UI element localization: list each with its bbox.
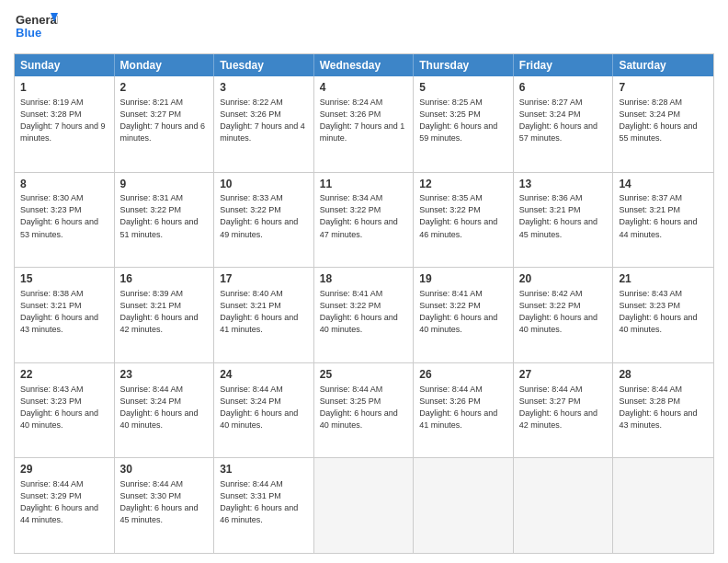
day-number: 1 — [20, 80, 108, 96]
calendar-cell: 12Sunrise: 8:35 AMSunset: 3:22 PMDayligh… — [414, 173, 514, 268]
calendar-cell: 18Sunrise: 8:41 AMSunset: 3:22 PMDayligh… — [314, 268, 415, 362]
calendar-cell: 8Sunrise: 8:30 AMSunset: 3:23 PMDaylight… — [15, 173, 115, 268]
calendar-cell: 19Sunrise: 8:41 AMSunset: 3:22 PMDayligh… — [414, 268, 514, 362]
day-number: 26 — [419, 367, 507, 383]
day-number: 21 — [619, 271, 708, 287]
day-number: 5 — [419, 80, 507, 96]
calendar-cell: 2Sunrise: 8:21 AMSunset: 3:27 PMDaylight… — [115, 76, 215, 172]
day-info: Sunrise: 8:44 AMSunset: 3:25 PMDaylight:… — [320, 384, 408, 431]
day-number: 25 — [320, 367, 408, 383]
calendar-cell: 9Sunrise: 8:31 AMSunset: 3:22 PMDaylight… — [115, 173, 215, 268]
calendar-cell: 23Sunrise: 8:44 AMSunset: 3:24 PMDayligh… — [115, 363, 215, 458]
day-info: Sunrise: 8:44 AMSunset: 3:29 PMDaylight:… — [20, 478, 108, 526]
day-info: Sunrise: 8:33 AMSunset: 3:22 PMDaylight:… — [220, 192, 308, 240]
weekday-header-wednesday: Wednesday — [314, 54, 415, 76]
calendar-cell: 30Sunrise: 8:44 AMSunset: 3:30 PMDayligh… — [115, 458, 215, 553]
weekday-header-sunday: Sunday — [15, 54, 115, 76]
calendar-cell: 21Sunrise: 8:43 AMSunset: 3:23 PMDayligh… — [613, 268, 713, 362]
day-number: 24 — [220, 367, 308, 383]
day-info: Sunrise: 8:36 AMSunset: 3:21 PMDaylight:… — [519, 192, 608, 240]
weekday-header-thursday: Thursday — [414, 54, 514, 76]
calendar-cell: 11Sunrise: 8:34 AMSunset: 3:22 PMDayligh… — [314, 173, 415, 268]
day-info: Sunrise: 8:41 AMSunset: 3:22 PMDaylight:… — [320, 288, 408, 336]
day-info: Sunrise: 8:41 AMSunset: 3:22 PMDaylight:… — [419, 288, 507, 336]
calendar-row-2: 8Sunrise: 8:30 AMSunset: 3:23 PMDaylight… — [15, 172, 713, 268]
day-number: 4 — [320, 80, 408, 96]
day-number: 8 — [20, 177, 108, 192]
day-number: 6 — [519, 80, 608, 96]
day-info: Sunrise: 8:21 AMSunset: 3:27 PMDaylight:… — [120, 97, 209, 144]
day-number: 23 — [120, 367, 209, 383]
day-info: Sunrise: 8:43 AMSunset: 3:23 PMDaylight:… — [619, 288, 708, 336]
calendar-cell: 4Sunrise: 8:24 AMSunset: 3:26 PMDaylight… — [314, 76, 415, 172]
weekday-header-friday: Friday — [514, 54, 614, 76]
day-number: 18 — [320, 271, 408, 287]
day-number: 11 — [320, 177, 408, 192]
day-info: Sunrise: 8:40 AMSunset: 3:21 PMDaylight:… — [220, 288, 308, 336]
calendar-cell: 16Sunrise: 8:39 AMSunset: 3:21 PMDayligh… — [115, 268, 215, 362]
day-number: 27 — [519, 367, 608, 383]
calendar-cell: 28Sunrise: 8:44 AMSunset: 3:28 PMDayligh… — [613, 363, 713, 458]
calendar-cell: 20Sunrise: 8:42 AMSunset: 3:22 PMDayligh… — [514, 268, 614, 362]
day-info: Sunrise: 8:39 AMSunset: 3:21 PMDaylight:… — [120, 288, 209, 336]
calendar-cell: 15Sunrise: 8:38 AMSunset: 3:21 PMDayligh… — [15, 268, 115, 362]
day-info: Sunrise: 8:43 AMSunset: 3:23 PMDaylight:… — [20, 384, 108, 431]
day-number: 9 — [120, 177, 209, 192]
day-number: 15 — [20, 271, 108, 287]
day-number: 17 — [220, 271, 308, 287]
calendar-row-5: 29Sunrise: 8:44 AMSunset: 3:29 PMDayligh… — [15, 457, 713, 553]
day-info: Sunrise: 8:27 AMSunset: 3:24 PMDaylight:… — [519, 97, 608, 144]
day-number: 12 — [419, 177, 507, 192]
day-info: Sunrise: 8:25 AMSunset: 3:25 PMDaylight:… — [419, 97, 507, 144]
weekday-header-saturday: Saturday — [613, 54, 713, 76]
weekday-header-monday: Monday — [115, 54, 215, 76]
day-number: 30 — [120, 462, 209, 477]
day-info: Sunrise: 8:30 AMSunset: 3:23 PMDaylight:… — [20, 192, 108, 240]
day-number: 13 — [519, 177, 608, 192]
calendar-row-3: 15Sunrise: 8:38 AMSunset: 3:21 PMDayligh… — [15, 267, 713, 362]
calendar-cell: 3Sunrise: 8:22 AMSunset: 3:26 PMDaylight… — [214, 76, 314, 172]
day-info: Sunrise: 8:44 AMSunset: 3:24 PMDaylight:… — [220, 384, 308, 431]
calendar-cell: 1Sunrise: 8:19 AMSunset: 3:28 PMDaylight… — [15, 76, 115, 172]
day-info: Sunrise: 8:44 AMSunset: 3:31 PMDaylight:… — [220, 478, 308, 526]
calendar-cell: 29Sunrise: 8:44 AMSunset: 3:29 PMDayligh… — [15, 458, 115, 553]
calendar-cell: 6Sunrise: 8:27 AMSunset: 3:24 PMDaylight… — [514, 76, 614, 172]
weekday-header-tuesday: Tuesday — [214, 54, 314, 76]
header: General Blue — [14, 9, 714, 48]
day-info: Sunrise: 8:34 AMSunset: 3:22 PMDaylight:… — [320, 192, 408, 240]
day-number: 3 — [220, 80, 308, 96]
day-info: Sunrise: 8:38 AMSunset: 3:21 PMDaylight:… — [20, 288, 108, 336]
calendar-cell — [414, 458, 514, 553]
day-info: Sunrise: 8:44 AMSunset: 3:30 PMDaylight:… — [120, 478, 209, 526]
calendar-header: SundayMondayTuesdayWednesdayThursdayFrid… — [15, 54, 713, 76]
day-info: Sunrise: 8:28 AMSunset: 3:24 PMDaylight:… — [619, 97, 708, 144]
calendar-cell — [314, 458, 415, 553]
svg-text:Blue: Blue — [16, 26, 41, 40]
day-info: Sunrise: 8:37 AMSunset: 3:21 PMDaylight:… — [619, 192, 708, 240]
calendar-cell: 10Sunrise: 8:33 AMSunset: 3:22 PMDayligh… — [214, 173, 314, 268]
day-info: Sunrise: 8:35 AMSunset: 3:22 PMDaylight:… — [419, 192, 507, 240]
calendar-cell — [514, 458, 614, 553]
calendar: SundayMondayTuesdayWednesdayThursdayFrid… — [14, 53, 714, 554]
day-number: 14 — [619, 177, 708, 192]
day-number: 7 — [619, 80, 708, 96]
logo: General Blue — [14, 9, 58, 48]
day-info: Sunrise: 8:22 AMSunset: 3:26 PMDaylight:… — [220, 97, 308, 144]
calendar-cell: 17Sunrise: 8:40 AMSunset: 3:21 PMDayligh… — [214, 268, 314, 362]
day-info: Sunrise: 8:44 AMSunset: 3:27 PMDaylight:… — [519, 384, 608, 431]
calendar-cell: 14Sunrise: 8:37 AMSunset: 3:21 PMDayligh… — [613, 173, 713, 268]
day-number: 31 — [220, 462, 308, 477]
day-info: Sunrise: 8:42 AMSunset: 3:22 PMDaylight:… — [519, 288, 608, 336]
day-info: Sunrise: 8:31 AMSunset: 3:22 PMDaylight:… — [120, 192, 209, 240]
calendar-cell: 26Sunrise: 8:44 AMSunset: 3:26 PMDayligh… — [414, 363, 514, 458]
day-info: Sunrise: 8:44 AMSunset: 3:28 PMDaylight:… — [619, 384, 708, 431]
day-info: Sunrise: 8:44 AMSunset: 3:26 PMDaylight:… — [419, 384, 507, 431]
calendar-cell — [613, 458, 713, 553]
calendar-body: 1Sunrise: 8:19 AMSunset: 3:28 PMDaylight… — [15, 76, 713, 553]
calendar-cell: 5Sunrise: 8:25 AMSunset: 3:25 PMDaylight… — [414, 76, 514, 172]
day-number: 22 — [20, 367, 108, 383]
calendar-cell: 25Sunrise: 8:44 AMSunset: 3:25 PMDayligh… — [314, 363, 415, 458]
calendar-row-1: 1Sunrise: 8:19 AMSunset: 3:28 PMDaylight… — [15, 76, 713, 172]
calendar-cell: 13Sunrise: 8:36 AMSunset: 3:21 PMDayligh… — [514, 173, 614, 268]
day-number: 2 — [120, 80, 209, 96]
